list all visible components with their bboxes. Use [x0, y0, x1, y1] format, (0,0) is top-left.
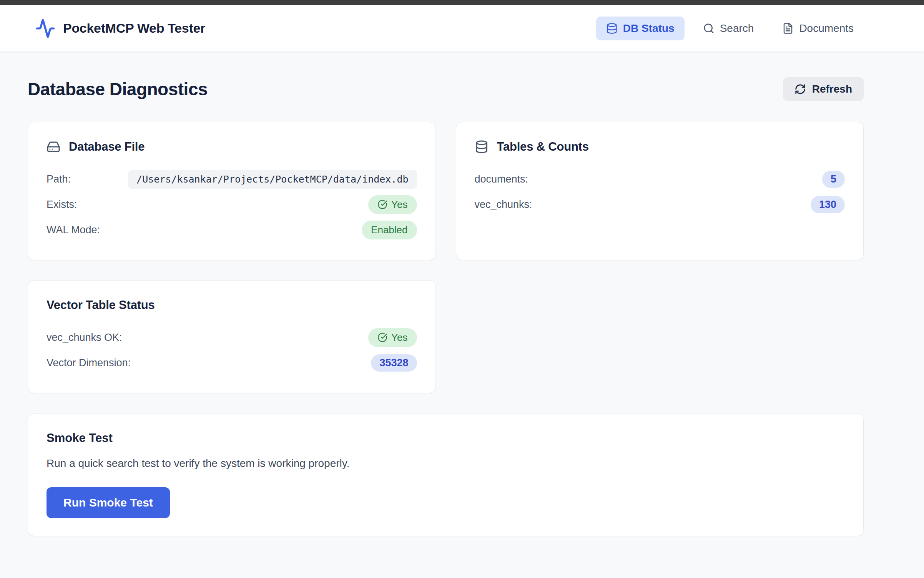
db-exists-row: Exists: Yes: [47, 192, 417, 217]
nav-label: Search: [720, 22, 754, 35]
main-nav: DB Status Search Documents: [596, 17, 864, 40]
nav-label: DB Status: [623, 22, 675, 35]
db-path-value: /Users/ksankar/Projects/PocketMCP/data/i…: [128, 170, 417, 189]
database-icon: [475, 140, 489, 154]
tables-counts-card: Tables & Counts documents: 5 vec_chunks:…: [456, 122, 864, 260]
vector-table-status-card-title: Vector Table Status: [47, 298, 417, 312]
card-title-text: Tables & Counts: [497, 140, 589, 154]
smoke-test-card: Smoke Test Run a quick search test to ve…: [28, 413, 864, 536]
vec-chunks-ok-row: vec_chunks OK: Yes: [47, 325, 417, 350]
cards-grid: Database File Path: /Users/ksankar/Proje…: [28, 122, 864, 536]
app-header: PocketMCP Web Tester DB Status Search Do…: [0, 5, 924, 52]
database-file-card-title: Database File: [47, 140, 417, 154]
app-brand: PocketMCP Web Tester: [35, 18, 205, 38]
wal-mode-label: WAL Mode:: [47, 224, 100, 236]
documents-count-badge: 5: [822, 171, 845, 188]
db-path-row: Path: /Users/ksankar/Projects/PocketMCP/…: [47, 167, 417, 191]
wal-mode-value: Enabled: [371, 224, 407, 236]
vec-chunks-ok-value: Yes: [391, 332, 407, 344]
vector-dimension-badge: 35328: [371, 354, 417, 372]
vector-dimension-row: Vector Dimension: 35328: [47, 350, 417, 375]
vector-table-status-card: Vector Table Status vec_chunks OK: Yes V…: [28, 280, 436, 393]
vec-chunks-ok-label: vec_chunks OK:: [47, 332, 122, 344]
wal-mode-row: WAL Mode: Enabled: [47, 218, 417, 242]
wal-mode-status-badge: Enabled: [362, 221, 417, 239]
database-icon: [606, 23, 618, 34]
vec-chunks-ok-status-badge: Yes: [368, 328, 417, 347]
db-exists-value: Yes: [391, 199, 407, 211]
circle-check-icon: [377, 199, 387, 209]
smoke-test-title: Smoke Test: [47, 431, 845, 445]
hard-drive-icon: [47, 140, 60, 154]
documents-count-label: documents:: [475, 173, 528, 185]
refresh-icon: [794, 83, 806, 95]
vector-dimension-label: Vector Dimension:: [47, 357, 131, 369]
vec-chunks-count-label: vec_chunks:: [475, 199, 532, 211]
search-icon: [703, 23, 715, 34]
db-exists-label: Exists:: [47, 199, 77, 211]
run-smoke-test-button[interactable]: Run Smoke Test: [47, 487, 170, 518]
file-text-icon: [782, 23, 794, 34]
refresh-button-label: Refresh: [812, 83, 852, 95]
main-content: Database Diagnostics Refresh Database Fi…: [0, 52, 924, 559]
vec-chunks-count-row: vec_chunks: 130: [475, 192, 845, 217]
page-title: Database Diagnostics: [28, 79, 208, 100]
documents-count-row: documents: 5: [475, 167, 845, 191]
card-title-text: Database File: [69, 140, 145, 154]
nav-item-search[interactable]: Search: [693, 17, 764, 40]
db-path-label: Path:: [47, 173, 71, 185]
nav-item-documents[interactable]: Documents: [772, 17, 864, 40]
nav-item-db-status[interactable]: DB Status: [596, 17, 685, 40]
smoke-test-description: Run a quick search test to verify the sy…: [47, 457, 845, 470]
card-title-text: Vector Table Status: [47, 298, 155, 312]
page-head: Database Diagnostics Refresh: [28, 77, 864, 101]
db-exists-status-badge: Yes: [368, 195, 417, 214]
refresh-button[interactable]: Refresh: [783, 77, 864, 101]
tables-counts-card-title: Tables & Counts: [475, 140, 845, 154]
database-file-card: Database File Path: /Users/ksankar/Proje…: [28, 122, 436, 260]
app-title: PocketMCP Web Tester: [63, 21, 205, 36]
circle-check-icon: [377, 332, 387, 342]
nav-label: Documents: [799, 22, 854, 35]
vec-chunks-count-badge: 130: [811, 196, 845, 213]
activity-logo-icon: [35, 18, 55, 38]
window-top-bar: [0, 0, 924, 5]
